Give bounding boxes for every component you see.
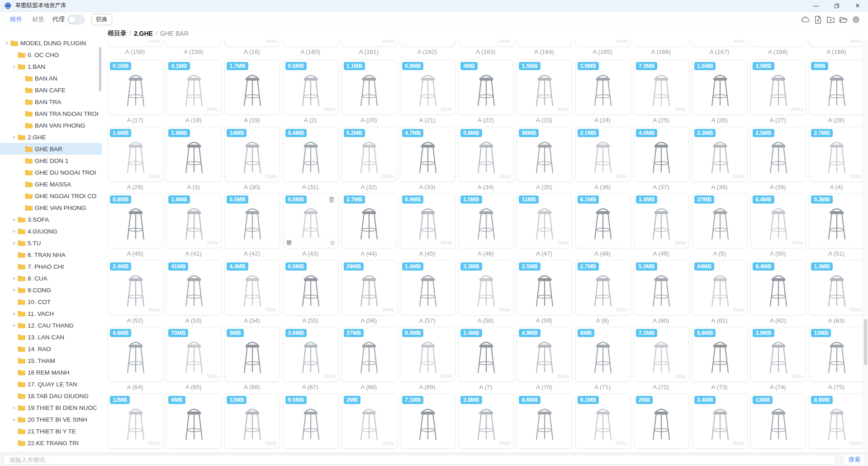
asset-card[interactable]: 3dsky29MB — [342, 260, 397, 315]
asset-card[interactable]: 3dsky5.2MB — [342, 127, 397, 182]
asset-card[interactable]: 3dsky14MB — [224, 127, 280, 182]
sidebar-item[interactable]: >12. CAU THANG — [0, 319, 102, 331]
asset-card[interactable]: 3dsky2.7MB — [809, 127, 864, 182]
sidebar-item[interactable]: >1.BAN — [0, 61, 102, 72]
asset-card[interactable]: 9.4MB — [750, 260, 806, 315]
sidebar-item[interactable]: >MODEL DUNG PLUGIN — [0, 37, 102, 49]
asset-card[interactable]: 3dsky3.3MB — [458, 260, 514, 315]
sidebar-item[interactable]: BAN VAN PHONG — [0, 119, 102, 131]
asset-card[interactable]: 3dsky0.8MB替☆ — [283, 193, 339, 248]
asset-card[interactable]: 2MB — [634, 394, 689, 449]
chevron-icon[interactable]: > — [11, 276, 17, 281]
sidebar-item[interactable]: >8. CUA — [0, 272, 102, 284]
asset-card[interactable]: 1.4MB — [458, 327, 514, 382]
sidebar-item[interactable]: 13. LAN CAN — [0, 331, 102, 343]
chevron-icon[interactable]: > — [4, 40, 10, 46]
star-icon[interactable]: ☆ — [329, 239, 335, 247]
sidebar-item[interactable]: GHE NGOAI TROI CO — [0, 190, 102, 202]
asset-card[interactable]: 37MB — [692, 193, 748, 248]
asset-card[interactable]: 3dsky70MB — [166, 327, 222, 382]
asset-card[interactable]: 4.6MB — [108, 327, 163, 382]
tab-materials[interactable]: 材质 — [32, 15, 44, 24]
asset-card[interactable]: 0.5MB — [283, 260, 339, 315]
chevron-icon[interactable]: > — [11, 228, 17, 234]
sidebar-item[interactable]: >9.CONG — [0, 284, 102, 296]
chevron-icon[interactable]: > — [11, 217, 17, 223]
asset-card[interactable]: 1.7MB — [224, 60, 280, 115]
asset-card[interactable]: 3dsky13MB — [224, 394, 280, 449]
main-scrollbar-thumb[interactable] — [864, 319, 867, 365]
asset-card[interactable]: 3dsky3.3MB — [692, 127, 748, 182]
asset-card[interactable]: 3dsky2MB — [342, 394, 397, 449]
chevron-icon[interactable]: > — [11, 63, 17, 70]
asset-card[interactable]: 3dsky2.4MB — [108, 260, 163, 315]
chevron-icon[interactable]: > — [11, 287, 17, 293]
asset-card[interactable]: 3dsky3.8MB — [458, 394, 514, 449]
sidebar-item[interactable]: >19.THIET BI DIEN NUOC — [0, 402, 102, 414]
folder-open-icon[interactable] — [839, 15, 848, 24]
replace-action[interactable]: 替 — [286, 239, 292, 247]
asset-card[interactable]: 5.5MB — [224, 193, 280, 248]
switch-button[interactable]: 切换 — [91, 14, 112, 25]
asset-card[interactable]: 3dsky3.5MB — [750, 60, 806, 115]
sidebar-item[interactable]: 0. OC CHO — [0, 49, 102, 61]
asset-card[interactable]: 3dsky6.4MB — [400, 327, 455, 382]
cloud-icon[interactable] — [801, 15, 810, 24]
asset-card[interactable]: 3dsky2.1MB — [575, 127, 631, 182]
sidebar-item[interactable]: 22.KE TRANG TRI — [0, 437, 102, 449]
search-input[interactable] — [4, 455, 836, 465]
sidebar-item[interactable]: GHE BAR — [0, 143, 102, 155]
asset-card[interactable]: 3dsky9.1MB — [575, 394, 631, 449]
asset-card[interactable]: 5.3MB — [634, 260, 689, 315]
asset-card[interactable]: 1.6MB — [166, 127, 222, 182]
asset-card[interactable]: 3dsky0.9MB — [400, 60, 455, 115]
close-button[interactable]: ✕ — [847, 0, 868, 11]
asset-card[interactable]: 3dsky7.1MB — [634, 327, 689, 382]
sidebar-item[interactable]: >5.TU — [0, 237, 102, 249]
asset-card[interactable]: 3dsky1.6MB — [166, 193, 222, 248]
asset-card[interactable]: 3dsky0.8MB — [458, 127, 514, 182]
chevron-icon[interactable]: > — [11, 405, 17, 411]
asset-card[interactable]: 6MB — [575, 327, 631, 382]
asset-card[interactable]: 8MB — [809, 60, 864, 115]
asset-card[interactable]: 3dsky6.4MB — [750, 193, 806, 248]
trash-icon[interactable] — [328, 196, 335, 203]
asset-card[interactable]: 7.1MB — [400, 394, 455, 449]
search-button[interactable]: 搜索 — [844, 455, 864, 465]
asset-card[interactable]: 5.3MB — [809, 193, 864, 248]
asset-card[interactable]: 3dsky12MB — [108, 394, 163, 449]
sidebar-item[interactable]: >4.GIUONG — [0, 225, 102, 237]
sidebar-item[interactable]: 6. TRAN NHA — [0, 249, 102, 261]
sidebar-item[interactable]: GHE MASSA — [0, 178, 102, 190]
chevron-icon[interactable]: > — [11, 134, 17, 140]
asset-card[interactable]: 3dsky1.5MB — [517, 60, 572, 115]
asset-card[interactable]: 3.9MB — [575, 60, 631, 115]
asset-card[interactable]: 3dsky4.1MB — [166, 60, 222, 115]
sidebar-item[interactable]: 15. THAM — [0, 355, 102, 366]
sidebar-item[interactable]: >2.GHE — [0, 131, 102, 143]
chevron-icon[interactable]: > — [11, 240, 17, 246]
folder-add-icon[interactable] — [826, 15, 835, 24]
sidebar-item[interactable]: 10. COT — [0, 296, 102, 308]
sidebar-item[interactable]: BAN AN — [0, 72, 102, 84]
asset-card[interactable]: 5.6MB — [692, 327, 748, 382]
sidebar-item[interactable]: BAN CAFE — [0, 84, 102, 96]
file-add-icon[interactable] — [814, 15, 822, 24]
proxy-toggle[interactable] — [67, 15, 85, 24]
asset-card[interactable]: 3dsky3.6MB — [283, 327, 339, 382]
asset-card[interactable]: 4.4MB — [634, 127, 689, 182]
asset-card[interactable]: 1.5MB — [458, 193, 514, 248]
asset-card[interactable]: 0.1MB — [108, 60, 163, 115]
sidebar-item[interactable]: 23.KE TIVI — [0, 449, 102, 452]
sidebar-item[interactable]: 14. RAO — [0, 343, 102, 355]
asset-card[interactable]: 3dsky1.3MB — [809, 260, 864, 315]
asset-card[interactable]: 2.5MB — [750, 127, 806, 182]
sidebar-item[interactable]: BAN TRA NGOAI TROI — [0, 108, 102, 119]
asset-card[interactable]: 41MB — [166, 260, 222, 315]
breadcrumb-category[interactable]: 2.GHE — [134, 30, 153, 37]
sidebar-item[interactable]: >3.SOFA — [0, 214, 102, 225]
asset-card[interactable]: 1.4MB — [400, 260, 455, 315]
asset-card[interactable]: 3dsky7.3MB — [634, 60, 689, 115]
asset-card[interactable]: 13MB — [809, 327, 864, 382]
sidebar-item[interactable]: GHE DON 1 — [0, 155, 102, 166]
